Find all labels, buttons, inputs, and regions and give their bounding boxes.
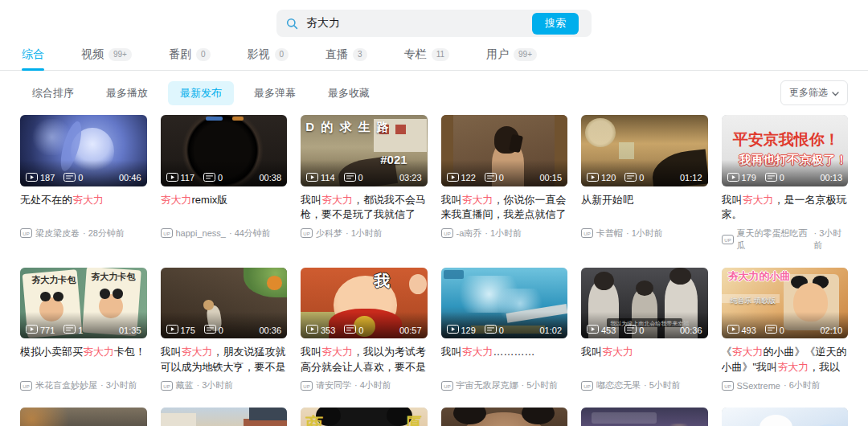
uploader-row[interactable]: UP 夏天的零蛋想吃西瓜 3小时前 <box>722 227 849 252</box>
play-count-icon <box>26 173 38 183</box>
video-title[interactable]: 我叫夯大力，朋友说猛攻就可以成为地铁大亨，要不是把把撤离失败，我差… <box>161 345 288 375</box>
video-title[interactable]: 无处不在的夯大力 <box>20 193 147 223</box>
result-tab[interactable]: 影视 0 <box>246 42 291 70</box>
video-title[interactable]: 《夯大力的小曲》《逆天的小曲》"我叫夯大力，我以为玩抽象就会有人喜欢… <box>722 345 849 375</box>
video-card[interactable]: 129 0 01:02 我叫夯大力………… UP 宇宙无敌尿克娜 5小时前 <box>441 268 568 392</box>
uploader-row[interactable]: UP 米花盲盒妙妙屋 3小时前 <box>20 379 147 391</box>
search-button[interactable]: 搜索 <box>532 13 579 35</box>
uploader-name: SSextreme <box>737 381 780 391</box>
video-card[interactable]: 175 0 00:36 我叫夯大力，朋友说猛攻就可以成为地铁大亨，要不是把把撤离… <box>161 268 288 392</box>
svg-text:UP: UP <box>23 383 29 388</box>
result-tab[interactable]: 直播 3 <box>324 42 369 70</box>
video-card[interactable]: 122 0 00:15 我叫夯大力，你说你一直会来我直播间，我差点就信了 UP … <box>441 115 568 252</box>
video-thumbnail[interactable]: 175 0 00:36 <box>161 268 288 339</box>
video-thumbnail[interactable]: 122 0 00:15 <box>441 115 568 186</box>
uploader-icon: UP <box>20 381 32 391</box>
video-thumbnail[interactable]: 夯大力卡包夯大力卡包 771 1 01:35 <box>20 268 147 339</box>
video-card[interactable]: 120 0 01:12 从新开始吧 UP 卡普帽 1小时前 <box>581 115 708 252</box>
video-card[interactable]: 我以为缘上南北会给我带来幸福 453 0 00:36 我叫夯大力 UP 嘟恋恋无… <box>581 268 708 392</box>
video-title[interactable]: 我叫夯大力，是一名京极玩家。 <box>722 193 849 223</box>
uploader-row[interactable]: UP 嘟恋恋无果 5小时前 <box>581 379 708 391</box>
video-title[interactable]: 我叫夯大力 <box>581 345 708 375</box>
play-count-value: 175 <box>181 326 195 335</box>
uploader-name: 卡普帽 <box>596 227 623 240</box>
svg-text:UP: UP <box>23 231 29 236</box>
video-thumbnail[interactable]: 117 0 00:38 <box>161 115 288 186</box>
danmaku-count-icon <box>204 325 216 335</box>
video-card[interactable]: D 的 求 生 路#021 114 0 03:23 我叫夯大力，都说我不会马枪，… <box>301 115 428 252</box>
video-thumbnail[interactable]: D 的 求 生 路#021 114 0 03:23 <box>301 115 428 186</box>
video-thumbnail[interactable]: 我 353 0 00:57 <box>301 268 428 339</box>
video-thumbnail[interactable]: 夯大力的小曲纯音乐 填歌版 493 0 02:10 <box>722 268 849 339</box>
video-card[interactable]: 平安京我恨你！我再也打不京极了！ 179 0 00:13 我叫夯大力，是一名京极… <box>722 115 849 252</box>
video-thumbnail[interactable]: 120 0 01:12 <box>581 115 708 186</box>
video-card[interactable]: 117 0 00:38 夯大力remix版 UP happi_ness_ 44分… <box>161 115 288 252</box>
video-thumbnail[interactable] <box>161 408 288 426</box>
tab-label: 直播 <box>326 47 348 62</box>
result-tab[interactable]: 用户 99+ <box>485 42 538 70</box>
play-count-value: 117 <box>181 173 195 182</box>
video-card[interactable]: 夯大力卡包夯大力卡包 771 1 01:35 模拟小卖部买夯大力卡包！ UP 米… <box>20 268 147 392</box>
uploader-name: 宇宙无敌尿克娜 <box>457 379 518 391</box>
uploader-row[interactable]: UP SSextreme 6小时前 <box>722 379 849 391</box>
video-duration: 01:02 <box>539 326 562 335</box>
video-thumbnail[interactable]: 我以为缘上南北会给我带来幸福 453 0 00:36 <box>581 268 708 339</box>
sort-filter-option[interactable]: 最多播放 <box>94 81 160 105</box>
video-title[interactable]: 从新开始吧 <box>581 193 708 223</box>
video-card[interactable]: 187 0 00:46 无处不在的夯大力 UP 梁皮梁皮卷 28分钟前 <box>20 115 147 252</box>
uploader-row[interactable]: UP 梁皮梁皮卷 28分钟前 <box>20 227 147 240</box>
uploader-icon: UP <box>722 381 734 391</box>
video-title[interactable]: 我叫夯大力，都说我不会马枪，要不是玩了我就信了 #21 <box>301 193 428 223</box>
video-card[interactable] <box>581 408 708 426</box>
sort-filter-option[interactable]: 最多收藏 <box>316 81 382 105</box>
result-tab[interactable]: 专栏 11 <box>403 42 451 70</box>
video-duration: 00:46 <box>119 173 141 182</box>
video-title[interactable]: 夯大力remix版 <box>161 193 288 223</box>
uploader-row[interactable]: UP -a南乔 1小时前 <box>441 227 568 240</box>
video-title[interactable]: 模拟小卖部买夯大力卡包！ <box>20 345 147 375</box>
danmaku-count-icon <box>203 173 215 183</box>
video-title[interactable]: 我叫夯大力，你说你一直会来我直播间，我差点就信了 <box>441 193 568 223</box>
video-card[interactable]: 夯大力的小曲纯音乐 填歌版 493 0 02:10 《夯大力的小曲》《逆天的小曲… <box>722 268 849 392</box>
uploader-row[interactable]: UP 卡普帽 1小时前 <box>581 227 708 240</box>
uploader-row[interactable]: UP 宇宙无敌尿克娜 5小时前 <box>441 379 568 391</box>
video-card[interactable] <box>161 408 288 426</box>
video-thumbnail[interactable] <box>441 408 568 426</box>
play-count-value: 453 <box>601 326 616 335</box>
uploader-row[interactable]: UP happi_ness_ 44分钟前 <box>161 227 288 240</box>
video-thumbnail[interactable] <box>722 408 849 426</box>
sort-filter-option[interactable]: 综合排序 <box>20 81 86 105</box>
result-tab[interactable]: 番剧 0 <box>167 42 212 70</box>
more-filters-button[interactable]: 更多筛选 <box>780 80 848 105</box>
result-tab[interactable]: 综合 <box>20 42 46 70</box>
uploader-name: 米花盲盒妙妙屋 <box>35 379 97 391</box>
sort-filter-option[interactable]: 最新发布 <box>168 81 234 105</box>
search-input[interactable] <box>305 16 532 31</box>
video-title[interactable]: 我叫夯大力………… <box>441 345 568 375</box>
play-count-icon <box>727 173 739 183</box>
video-card[interactable] <box>441 408 568 426</box>
uploader-icon: UP <box>161 381 173 391</box>
video-card[interactable]: 我叫夯大力 我以为我会单身一辈子 要不是评个论就脱单了 我差点就信了! <box>20 408 147 426</box>
danmaku-count-icon <box>765 325 777 335</box>
search-box[interactable]: 搜索 <box>276 10 592 37</box>
video-card[interactable] <box>722 408 849 426</box>
uploader-row[interactable]: UP 藏蓝 3小时前 <box>161 379 288 391</box>
video-card[interactable]: 商厦 <box>301 408 428 426</box>
video-thumbnail[interactable]: 我叫夯大力 我以为我会单身一辈子 要不是评个论就脱单了 我差点就信了! <box>20 408 147 426</box>
video-thumbnail[interactable]: 129 0 01:02 <box>441 268 568 339</box>
danmaku-count: 0 <box>344 173 363 183</box>
video-thumbnail[interactable]: 平安京我恨你！我再也打不京极了！ 179 0 00:13 <box>722 115 849 186</box>
play-count: 493 <box>727 325 756 335</box>
video-thumbnail[interactable]: 商厦 <box>301 408 428 426</box>
sort-filter-option[interactable]: 最多弹幕 <box>242 81 308 105</box>
danmaku-count-icon <box>624 325 637 335</box>
result-tab[interactable]: 视频 99+ <box>80 42 133 70</box>
video-thumbnail[interactable] <box>581 408 708 426</box>
video-thumbnail[interactable]: 187 0 00:46 <box>20 115 147 186</box>
video-title[interactable]: 我叫夯大力，我以为考试考高分就会让人喜欢，要不是考完之后无人在意，… <box>301 345 428 375</box>
uploader-row[interactable]: UP 请安同学 4小时前 <box>301 379 428 391</box>
video-card[interactable]: 我 353 0 00:57 我叫夯大力，我以为考试考高分就会让人喜欢，要不是考完… <box>301 268 428 392</box>
uploader-row[interactable]: UP 少科梦 1小时前 <box>301 227 428 240</box>
thumbnail-art: 我叫夯大力 我以为我会单身一辈子 要不是评个论就脱单了 我差点就信了! <box>20 408 147 426</box>
